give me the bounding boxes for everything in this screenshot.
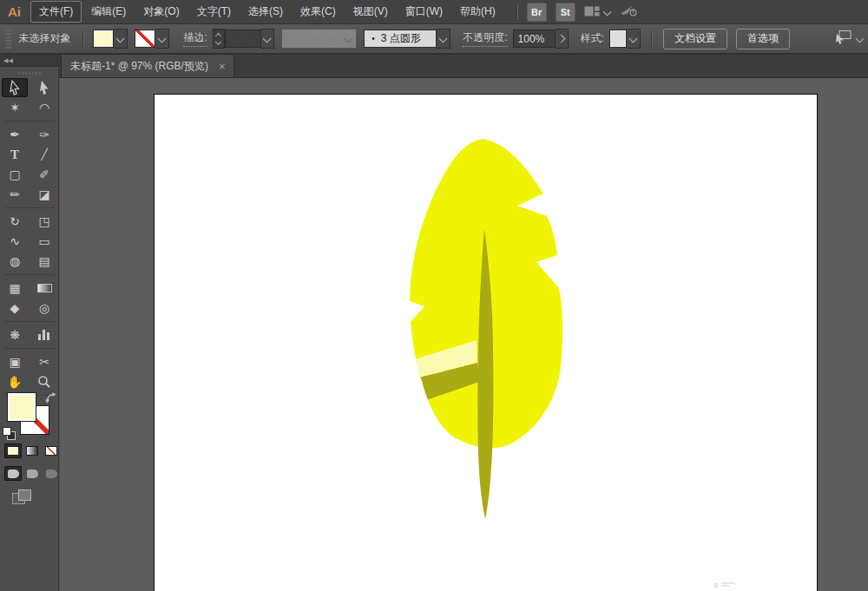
fill-chevron xyxy=(114,29,128,49)
close-tab-icon[interactable]: × xyxy=(219,61,226,72)
opacity-chevron[interactable] xyxy=(556,29,569,49)
pen-tool[interactable]: ✒ xyxy=(2,125,28,144)
canvas-pasteboard[interactable] xyxy=(60,78,868,591)
menu-item-edit[interactable]: 编辑(E) xyxy=(83,2,134,22)
eraser-tool-icon: ◪ xyxy=(38,188,49,200)
brush-dot-icon: • xyxy=(372,34,375,43)
lasso-tool[interactable]: ◠ xyxy=(31,98,57,117)
collapse-panel-icon: ◀◀ xyxy=(3,57,13,63)
tab-bar: 未标题-1* @ 97% (RGB/预览) × xyxy=(59,55,868,78)
document-tab[interactable]: 未标题-1* @ 97% (RGB/预览) × xyxy=(61,55,234,77)
default-fill-stroke-button[interactable] xyxy=(3,427,15,439)
opacity-input[interactable]: 100% xyxy=(513,30,556,48)
pencil-tool[interactable]: ✏ xyxy=(2,185,28,204)
stroke-weight-input[interactable] xyxy=(225,30,261,48)
screen-mode-button[interactable] xyxy=(12,489,31,504)
control-divider xyxy=(82,31,84,47)
color-button[interactable] xyxy=(4,443,22,458)
brush-name: 3 点圆形 xyxy=(381,31,421,46)
eraser-tool[interactable]: ◪ xyxy=(31,185,57,204)
tools-grid: ✶◠✒✑T╱▢✐✏◪↻◳∿▭◍▤▦◆◎❋▣✂✋ xyxy=(0,78,58,398)
opacity-label[interactable]: 不透明度: xyxy=(463,30,507,47)
tools-panel-grip[interactable] xyxy=(18,72,41,75)
arrange-documents-icon xyxy=(832,30,852,48)
menu-item-file[interactable]: 文件(F) xyxy=(30,1,82,23)
style-label: 样式: xyxy=(581,31,604,46)
menu-item-effect[interactable]: 效果(C) xyxy=(293,2,344,22)
pen-tool-icon: ✒ xyxy=(10,128,20,141)
document-setup-button[interactable]: 文档设置 xyxy=(663,29,727,49)
preferences-button[interactable]: 首选项 xyxy=(736,29,790,49)
rotate-tool[interactable]: ↻ xyxy=(2,212,28,231)
stroke-weight-stepper[interactable] xyxy=(213,29,225,49)
swap-fill-stroke-button[interactable] xyxy=(45,391,56,407)
draw-normal-button[interactable] xyxy=(4,466,22,481)
selection-tool[interactable] xyxy=(2,78,28,97)
zoom-tool-icon xyxy=(37,375,51,389)
feather-artwork[interactable] xyxy=(155,95,817,591)
stroke-weight-label[interactable]: 描边: xyxy=(183,30,207,47)
width-tool-icon: ∿ xyxy=(10,235,20,247)
symbol-sprayer-tool-icon: ❋ xyxy=(10,329,20,341)
fill-proxy[interactable] xyxy=(7,392,36,422)
hand-tool-icon: ✋ xyxy=(7,376,22,388)
symbol-sprayer-tool[interactable]: ❋ xyxy=(2,325,28,345)
blend-tool[interactable]: ◎ xyxy=(31,299,57,318)
menu-item-type[interactable]: 文字(T) xyxy=(189,2,239,22)
curvature-tool[interactable]: ✑ xyxy=(31,125,57,144)
mesh-tool-icon: ▦ xyxy=(9,282,20,294)
style-swatch xyxy=(609,30,627,48)
draw-behind-button[interactable] xyxy=(23,466,41,481)
bridge-button[interactable]: Br xyxy=(527,3,547,22)
direct-selection-tool[interactable] xyxy=(31,78,57,97)
menu-item-window[interactable]: 窗口(W) xyxy=(398,2,450,22)
column-graph-tool[interactable] xyxy=(31,325,57,345)
arrange-documents-button[interactable] xyxy=(832,30,863,48)
menu-divider xyxy=(516,4,518,20)
shape-builder-tool[interactable]: ◍ xyxy=(2,252,28,271)
artboard-tool[interactable]: ▣ xyxy=(2,352,28,371)
slice-tool[interactable]: ✂ xyxy=(31,352,57,371)
menu-bar-right: Br St xyxy=(516,3,638,22)
pencil-tool-icon: ✏ xyxy=(10,188,20,200)
magic-wand-tool[interactable]: ✶ xyxy=(2,98,28,117)
menu-item-help[interactable]: 帮助(H) xyxy=(452,2,503,22)
fill-stroke-indicator xyxy=(0,389,59,443)
workspace-switcher[interactable] xyxy=(584,4,610,20)
mesh-tool[interactable]: ▦ xyxy=(2,279,28,298)
stock-button[interactable]: St xyxy=(556,3,575,22)
rectangle-tool[interactable]: ▢ xyxy=(2,165,28,184)
chevron-down-icon xyxy=(856,35,865,43)
width-tool[interactable]: ∿ xyxy=(2,232,28,251)
menu-item-view[interactable]: 视图(V) xyxy=(345,2,396,22)
tools-divider xyxy=(4,121,55,121)
type-tool[interactable]: T xyxy=(2,145,28,164)
cs-live-button[interactable] xyxy=(619,3,638,21)
line-segment-tool[interactable]: ╱ xyxy=(31,145,57,164)
perspective-grid-tool[interactable]: ▤ xyxy=(31,252,57,271)
scale-tool[interactable]: ◳ xyxy=(31,212,57,231)
workspace-icon xyxy=(584,4,600,20)
lasso-tool-icon: ◠ xyxy=(39,102,49,114)
panel-grip[interactable] xyxy=(5,30,11,49)
magic-wand-tool-icon: ✶ xyxy=(10,102,20,114)
menu-item-object[interactable]: 对象(O) xyxy=(135,2,187,22)
tools-panel-header[interactable]: ◀◀ xyxy=(0,55,59,67)
stroke-weight-chevron[interactable] xyxy=(261,29,274,49)
fill-color-swatch xyxy=(93,30,114,48)
brush-definition-dropdown[interactable]: • 3 点圆形 xyxy=(364,29,450,49)
stroke-color-dropdown[interactable] xyxy=(135,29,169,49)
rotate-tool-icon: ↻ xyxy=(10,215,20,227)
gradient-tool[interactable] xyxy=(31,279,57,298)
eyedropper-tool[interactable]: ◆ xyxy=(2,299,28,318)
artboard[interactable] xyxy=(155,95,817,591)
none-button[interactable] xyxy=(43,443,60,458)
selection-tool-icon xyxy=(9,80,22,95)
menu-item-select[interactable]: 选择(S) xyxy=(240,2,291,22)
style-dropdown[interactable] xyxy=(609,29,641,49)
gradient-button[interactable] xyxy=(23,443,41,458)
fill-color-dropdown[interactable] xyxy=(93,29,128,49)
style-chevron xyxy=(627,29,641,49)
paintbrush-tool[interactable]: ✐ xyxy=(31,165,57,184)
free-transform-tool[interactable]: ▭ xyxy=(31,232,57,251)
